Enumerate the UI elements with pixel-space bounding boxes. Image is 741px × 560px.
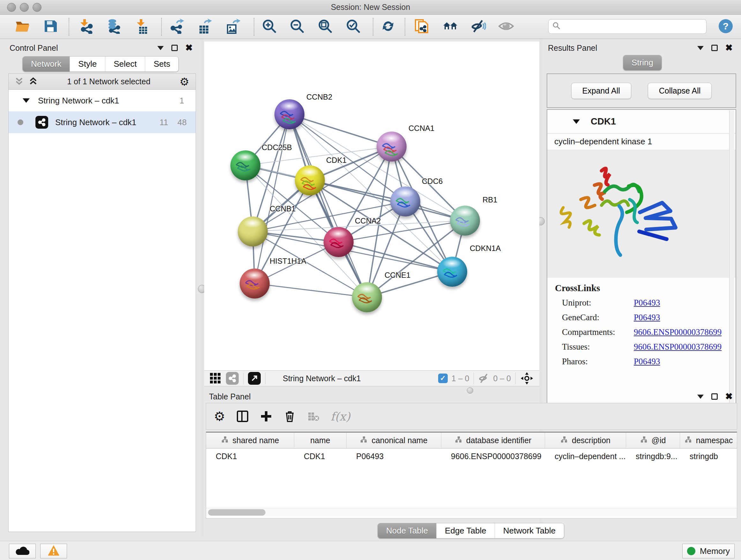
panel-menu-icon[interactable] — [157, 46, 164, 50]
save-session-button[interactable] — [42, 18, 59, 35]
node-CDK1[interactable] — [295, 165, 325, 195]
gear-icon[interactable]: ⚙ — [180, 76, 189, 87]
node-CDC25B[interactable] — [230, 150, 260, 180]
collapse-all-button[interactable]: Collapse All — [648, 83, 712, 99]
delete-column-trash-icon[interactable] — [283, 410, 296, 423]
column-header-canonical-name[interactable]: canonical name — [347, 433, 441, 448]
import-network-file-button[interactable] — [78, 18, 95, 35]
pan-crosshair-icon[interactable] — [520, 372, 534, 385]
memory-button[interactable]: Memory — [682, 544, 735, 558]
edge-CCNB2-CCNA1[interactable] — [289, 114, 392, 146]
section-collapse-icon[interactable] — [573, 119, 580, 124]
tab-select[interactable]: Select — [105, 57, 145, 71]
export-table-button[interactable] — [196, 18, 213, 35]
show-all-button[interactable] — [498, 18, 515, 35]
hide-selected-button[interactable] — [470, 18, 487, 35]
network-collection-row[interactable]: String Network – cdk1 1 — [9, 90, 196, 111]
hidden-eye-slash-icon[interactable] — [478, 373, 490, 384]
import-network-database-button[interactable] — [105, 18, 122, 35]
table-cell[interactable]: CDK1 — [294, 449, 347, 464]
add-column-icon[interactable] — [260, 410, 273, 423]
search-input[interactable] — [561, 22, 698, 31]
column-header-shared-name[interactable]: shared name — [206, 433, 294, 448]
open-session-button[interactable] — [14, 18, 30, 35]
table-cell[interactable]: cyclin–dependent ... — [545, 449, 626, 464]
cloud-status-button[interactable] — [9, 544, 36, 558]
scrollbar-thumb[interactable] — [208, 509, 266, 516]
table-cell[interactable]: stringdb — [680, 449, 737, 464]
tree-expand-icon[interactable] — [23, 98, 30, 103]
zoom-fit-button[interactable] — [317, 18, 333, 35]
table-horizontal-scrollbar[interactable] — [206, 508, 737, 516]
network-overview-icon[interactable] — [226, 372, 239, 385]
panel-float-icon[interactable] — [172, 45, 178, 51]
table-settings-gear-icon[interactable]: ⚙ — [214, 411, 225, 422]
zoom-selected-button[interactable] — [345, 18, 361, 35]
node-CCNA2[interactable] — [324, 227, 354, 257]
crosslink-link[interactable]: 9606.ENSP00000378699 — [634, 327, 722, 337]
bottom-splitter-handle[interactable] — [467, 387, 473, 394]
column-header-description[interactable]: description — [545, 433, 626, 448]
panel-close-icon[interactable]: ✖ — [725, 45, 733, 51]
node-RB1[interactable] — [450, 206, 480, 236]
help-button[interactable]: ? — [718, 18, 734, 35]
tab-network-table[interactable]: Network Table — [495, 523, 564, 538]
warning-status-button[interactable] — [40, 544, 67, 558]
show-column-panel-icon[interactable] — [236, 410, 249, 423]
node-CDC6[interactable] — [390, 186, 420, 216]
tab-edge-table[interactable]: Edge Table — [436, 523, 495, 538]
gene-section-header[interactable]: CDK1 — [547, 110, 736, 133]
collapse-all-icon[interactable] — [14, 76, 24, 87]
tab-string[interactable]: String — [623, 55, 662, 70]
panel-close-icon[interactable]: ✖ — [725, 393, 733, 400]
panel-float-icon[interactable] — [711, 45, 718, 51]
node-CDKN1A[interactable] — [437, 257, 467, 287]
grid-view-icon[interactable] — [209, 372, 221, 384]
node-CCNE1[interactable] — [352, 282, 382, 312]
export-network-button[interactable] — [169, 18, 185, 35]
panel-menu-icon[interactable] — [697, 46, 704, 50]
column-header-namespac[interactable]: namespac — [680, 433, 737, 448]
tab-style[interactable]: Style — [70, 57, 105, 71]
table-cell[interactable]: stringdb:9... — [626, 449, 680, 464]
tab-node-table[interactable]: Node Table — [378, 523, 436, 538]
crosslink-link[interactable]: P06493 — [634, 313, 660, 322]
crosslink-link[interactable]: P06493 — [634, 298, 660, 308]
column-header-database-identifier[interactable]: database identifier — [441, 433, 545, 448]
network-row-selected[interactable]: String Network – cdk1 11 48 — [9, 111, 196, 133]
detach-view-icon[interactable] — [248, 372, 261, 385]
expand-all-button[interactable]: Expand All — [571, 83, 631, 99]
panel-float-icon[interactable] — [711, 393, 718, 400]
function-builder-button[interactable]: f(x) — [331, 410, 350, 423]
apply-layout-button[interactable] — [380, 18, 396, 35]
first-neighbors-button[interactable] — [442, 18, 459, 35]
table-cell[interactable]: 9606.ENSP00000378699 — [441, 449, 545, 464]
table-cell[interactable]: CDK1 — [206, 449, 294, 464]
export-image-button[interactable] — [224, 18, 241, 35]
column-header--id[interactable]: @id — [626, 433, 680, 448]
node-CCNB2[interactable] — [274, 99, 305, 129]
tab-network[interactable]: Network — [23, 57, 70, 71]
crosslink-link[interactable]: 9606.ENSP00000378699 — [634, 342, 722, 352]
edge-HIST1H1A-CCNE1[interactable] — [255, 284, 367, 297]
import-table-button[interactable] — [133, 18, 150, 35]
new-network-from-selection-button[interactable] — [414, 18, 430, 35]
network-canvas[interactable]: CCNB2CCNA1CDC25BCDK1CDC6RB1CCNB1CCNA2CDK… — [204, 42, 539, 370]
edge-CDK1-RB1[interactable] — [310, 180, 465, 221]
node-HIST1H1A[interactable] — [240, 268, 270, 299]
table-cell[interactable]: P06493 — [347, 449, 441, 464]
node-CCNA1[interactable] — [377, 132, 407, 162]
column-header-name[interactable]: name — [294, 433, 347, 448]
crosslink-link[interactable]: P06493 — [634, 357, 660, 367]
panel-menu-icon[interactable] — [697, 395, 704, 399]
results-scrollbar[interactable] — [729, 111, 734, 412]
panel-close-icon[interactable]: ✖ — [185, 45, 193, 51]
selected-checkbox-icon[interactable]: ✓ — [438, 374, 448, 383]
table-row[interactable]: CDK1CDK1P064939606.ENSP00000378699cyclin… — [206, 449, 737, 464]
node-CCNB1[interactable] — [238, 216, 268, 246]
delete-table-icon[interactable] — [307, 410, 320, 423]
tab-sets[interactable]: Sets — [145, 57, 179, 71]
zoom-out-button[interactable] — [289, 18, 306, 35]
zoom-in-button[interactable] — [261, 18, 278, 35]
edge-CCNB2-CCNE1[interactable] — [289, 114, 367, 297]
